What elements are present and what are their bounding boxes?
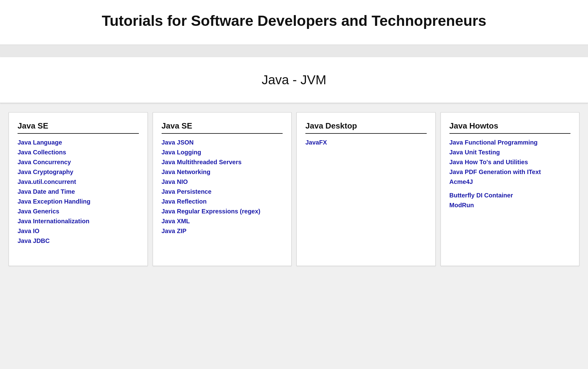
card-link-java-howtos-0[interactable]: Java Functional Programming bbox=[449, 138, 571, 147]
header-section: Tutorials for Software Developers and Te… bbox=[0, 0, 588, 45]
card-link-java-howtos-5[interactable]: Butterfly DI Container bbox=[449, 191, 571, 200]
card-link-java-se-2-7[interactable]: Java Regular Expressions (regex) bbox=[162, 207, 283, 216]
card-java-se-2: Java SEJava JSONJava LoggingJava Multith… bbox=[153, 112, 292, 266]
card-link-java-se-2-5[interactable]: Java Persistence bbox=[162, 187, 283, 196]
card-java-howtos: Java HowtosJava Functional ProgrammingJa… bbox=[441, 112, 580, 266]
card-link-java-se-2-9[interactable]: Java ZIP bbox=[162, 227, 283, 235]
card-link-java-se-1-7[interactable]: Java Generics bbox=[18, 207, 139, 216]
card-java-desktop: Java DesktopJavaFX bbox=[296, 112, 436, 266]
card-link-java-howtos-6[interactable]: ModRun bbox=[449, 201, 571, 209]
card-link-java-se-1-8[interactable]: Java Internationalization bbox=[18, 217, 139, 225]
section-title: Java - JVM bbox=[6, 73, 582, 87]
card-link-java-se-1-3[interactable]: Java Cryptography bbox=[18, 168, 139, 176]
section-title-block: Java - JVM bbox=[0, 57, 588, 103]
card-link-java-se-2-0[interactable]: Java JSON bbox=[162, 138, 283, 147]
card-link-java-se-1-6[interactable]: Java Exception Handling bbox=[18, 197, 139, 206]
gray-bar bbox=[0, 45, 588, 57]
card-link-java-se-1-4[interactable]: Java.util.concurrent bbox=[18, 177, 139, 186]
card-link-java-se-1-1[interactable]: Java Collections bbox=[18, 148, 139, 157]
card-link-java-howtos-3[interactable]: Java PDF Generation with IText bbox=[449, 168, 571, 176]
card-link-java-se-1-10[interactable]: Java JDBC bbox=[18, 236, 139, 245]
card-link-java-howtos-4[interactable]: Acme4J bbox=[449, 177, 571, 186]
cards-container: Java SEJava LanguageJava CollectionsJava… bbox=[0, 109, 588, 269]
card-link-java-howtos-1[interactable]: Java Unit Testing bbox=[449, 148, 571, 157]
card-heading-java-howtos: Java Howtos bbox=[449, 121, 571, 134]
card-link-java-se-2-1[interactable]: Java Logging bbox=[162, 148, 283, 157]
card-link-java-se-2-4[interactable]: Java NIO bbox=[162, 177, 283, 186]
card-java-se-1: Java SEJava LanguageJava CollectionsJava… bbox=[9, 112, 148, 266]
card-heading-java-desktop: Java Desktop bbox=[305, 121, 427, 134]
card-link-java-se-2-8[interactable]: Java XML bbox=[162, 217, 283, 225]
card-link-java-se-1-9[interactable]: Java IO bbox=[18, 227, 139, 235]
card-link-java-se-2-2[interactable]: Java Multithreaded Servers bbox=[162, 158, 283, 166]
card-link-java-howtos-2[interactable]: Java How To's and Utilities bbox=[449, 158, 571, 166]
card-heading-java-se-1: Java SE bbox=[18, 121, 139, 134]
card-link-java-se-1-0[interactable]: Java Language bbox=[18, 138, 139, 147]
card-heading-java-se-2: Java SE bbox=[162, 121, 283, 134]
card-link-java-desktop-0[interactable]: JavaFX bbox=[305, 138, 427, 147]
card-link-java-se-1-2[interactable]: Java Concurrency bbox=[18, 158, 139, 166]
card-link-java-se-2-6[interactable]: Java Reflection bbox=[162, 197, 283, 206]
card-link-java-se-1-5[interactable]: Java Date and Time bbox=[18, 187, 139, 196]
header-title: Tutorials for Software Developers and Te… bbox=[6, 12, 582, 29]
card-link-java-se-2-3[interactable]: Java Networking bbox=[162, 168, 283, 176]
